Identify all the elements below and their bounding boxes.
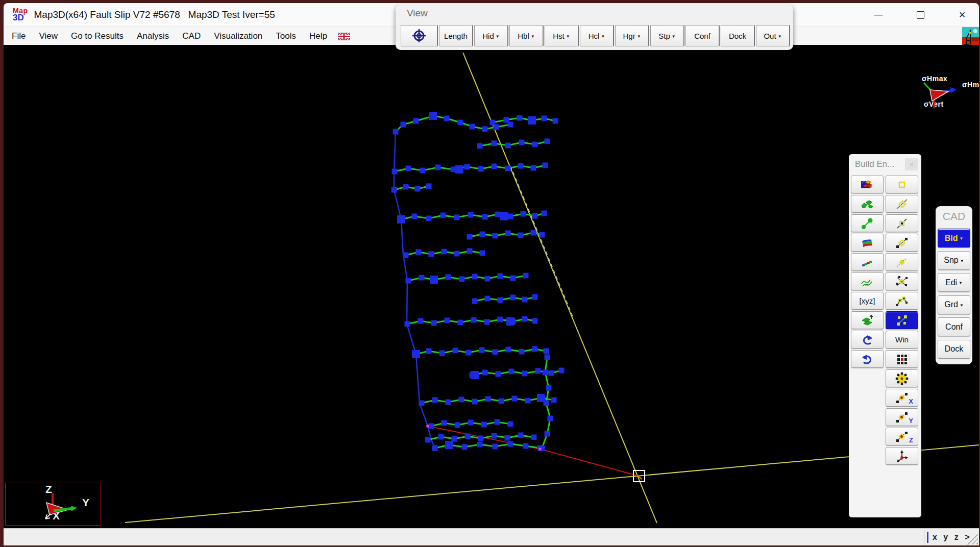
build-palette-row — [851, 176, 919, 194]
chevron-down-icon: ▼ — [778, 34, 782, 39]
build-button-snap-axis-Z[interactable]: Z — [886, 428, 918, 445]
snap-axis-letter: Y — [909, 417, 913, 425]
build-palette-titlebar[interactable]: Build En... × — [849, 154, 921, 175]
chevron-down-icon: ▼ — [531, 34, 535, 39]
build-button-diamond-dotted[interactable] — [886, 253, 918, 271]
build-palette-row: Y — [851, 408, 919, 427]
build-button-circle-dots[interactable] — [886, 369, 918, 387]
build-button-intersect-lines[interactable] — [886, 272, 918, 290]
build-palette-row — [851, 369, 919, 388]
view-button-hid[interactable]: Hid▼ — [474, 25, 508, 46]
cad-button-conf[interactable]: Conf — [938, 317, 970, 336]
build-button-build-blocks[interactable] — [851, 176, 884, 193]
map3d-logo-icon: Map3D — [13, 8, 28, 21]
build-palette-close-button[interactable]: × — [905, 158, 918, 170]
viewport-3d[interactable]: σHmax σVert σHm Z Y X — [4, 45, 979, 528]
build-button-map-polygons[interactable] — [851, 195, 884, 213]
view-toolbar-title: View — [396, 4, 793, 19]
status-bar: x y z > — [4, 528, 979, 545]
build-button-edit-selected[interactable] — [886, 311, 918, 329]
chevron-down-icon: ▼ — [601, 34, 605, 39]
build-button-segment-endpoints[interactable] — [886, 234, 918, 252]
chevron-down-icon: ▼ — [960, 303, 964, 308]
axis-orientation-box: Z Y X — [5, 483, 101, 526]
menu-item-analysis[interactable]: Analysis — [130, 27, 176, 45]
uk-flag-icon[interactable] — [338, 33, 350, 40]
build-palette-row — [851, 234, 919, 252]
chevron-down-icon: ▼ — [959, 281, 963, 285]
snap-axis-letter: X — [909, 397, 913, 405]
build-palette-window: Build En... × [xyz]WinXYZ — [849, 154, 921, 517]
menu-item-visualization[interactable]: Visualization — [207, 27, 269, 45]
snap-axis-letter: Z — [909, 436, 913, 444]
build-button-line-square[interactable] — [886, 195, 918, 213]
chevron-down-icon: ▼ — [672, 34, 676, 39]
cad-panel: CAD Bld▼Snp▼Edi▼Grd▼ConfDock — [936, 206, 972, 364]
coords-prompt: x y z > — [933, 533, 971, 542]
menu-item-file[interactable]: File — [4, 27, 32, 45]
build-button-move-triad[interactable] — [886, 447, 918, 465]
view-button-out[interactable]: Out▼ — [756, 25, 790, 46]
build-button-square[interactable] — [886, 176, 918, 193]
build-button-snap-axis-X[interactable]: X — [886, 389, 918, 407]
view-button-stp[interactable]: Stp▼ — [650, 25, 684, 46]
chevron-down-icon: ▼ — [960, 259, 964, 263]
mine-headframe-icon[interactable] — [962, 27, 979, 45]
close-button[interactable]: ✕ — [954, 7, 970, 22]
view-toolbar-buttons: LengthHid▼Hbl▼Hst▼Hcl▼Hgr▼Stp▼ConfDockOu… — [401, 24, 791, 47]
menu-item-cad[interactable]: CAD — [176, 27, 207, 45]
build-button-extrude-up[interactable] — [851, 311, 884, 329]
chevron-down-icon: ▼ — [566, 34, 570, 39]
build-palette-row: Z — [851, 428, 919, 446]
view-button-hst[interactable]: Hst▼ — [545, 25, 579, 46]
cad-panel-title: CAD — [936, 206, 972, 222]
menu-item-go-to-results[interactable]: Go to Results — [64, 27, 130, 45]
axis-triad-icon — [35, 489, 88, 524]
map3d-application-window: Map3D Map3D(x64) Fault Slip V72 #5678 Ma… — [0, 0, 980, 547]
build-palette-row — [851, 447, 919, 465]
build-button-polyline-points[interactable] — [851, 214, 884, 232]
build-palette-row: X — [851, 389, 919, 407]
build-palette-row: Win — [851, 331, 919, 349]
stress-triad-icon — [917, 79, 964, 111]
view-button-crosshair-globe[interactable] — [401, 25, 438, 46]
build-button-layered-surface[interactable] — [851, 234, 884, 252]
build-button-redo-arrow[interactable] — [851, 350, 884, 368]
sigma-hmin-label: σHm — [962, 81, 979, 89]
menu-item-tools[interactable]: Tools — [269, 27, 303, 45]
build-palette-row — [851, 311, 919, 330]
cad-button-bld[interactable]: Bld▼ — [938, 229, 970, 247]
build-button-xyz-text-xyz[interactable]: [xyz] — [851, 292, 884, 310]
build-button-green-contours[interactable] — [851, 272, 884, 290]
cad-button-snp[interactable]: Snp▼ — [938, 251, 970, 270]
menu-item-help[interactable]: Help — [303, 27, 334, 45]
view-button-length[interactable]: Length — [439, 25, 473, 46]
view-button-conf[interactable]: Conf — [685, 25, 720, 46]
build-palette-title: Build En... — [849, 159, 905, 169]
build-button-vertex-node[interactable] — [886, 214, 918, 232]
view-button-hbl[interactable]: Hbl▼ — [509, 25, 544, 46]
build-palette-row — [851, 214, 919, 233]
wireframe-model — [4, 45, 979, 528]
view-button-dock[interactable]: Dock — [721, 25, 755, 46]
build-palette-row — [851, 272, 919, 291]
build-palette-row — [851, 253, 919, 271]
chevron-down-icon: ▼ — [496, 34, 500, 39]
menu-item-view[interactable]: View — [32, 27, 64, 45]
cad-button-edi[interactable]: Edi▼ — [938, 273, 970, 292]
maximize-button[interactable] — [913, 7, 928, 22]
minimize-button[interactable]: — — [871, 7, 886, 22]
cad-button-grd[interactable]: Grd▼ — [938, 295, 970, 314]
build-button-colored-beads[interactable] — [851, 253, 884, 271]
view-button-hgr[interactable]: Hgr▼ — [615, 25, 649, 46]
build-button-snap-axis-Y[interactable]: Y — [886, 408, 918, 426]
cad-button-dock[interactable]: Dock — [938, 340, 970, 359]
window-title: Map3D(x64) Fault Slip V72 #5678 Map3D Te… — [34, 9, 275, 20]
build-palette-row — [851, 350, 919, 368]
build-button-undo-arrow[interactable] — [851, 331, 884, 349]
view-button-hcl[interactable]: Hcl▼ — [580, 25, 614, 46]
build-button-grid-nine[interactable] — [886, 350, 918, 368]
build-palette-row: [xyz] — [851, 292, 919, 310]
build-button-win-text-Win[interactable]: Win — [886, 331, 918, 349]
build-button-path-nodes[interactable] — [886, 292, 918, 310]
